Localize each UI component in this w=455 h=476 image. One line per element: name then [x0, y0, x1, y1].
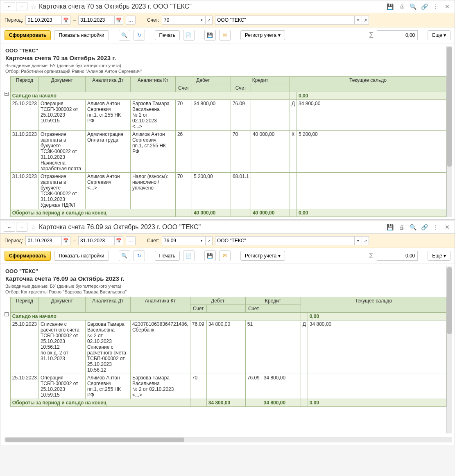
more-button[interactable]: Еще ▾	[428, 251, 450, 261]
open-external-icon[interactable]: ↗	[205, 236, 213, 245]
account-label: Счет:	[147, 238, 159, 244]
chevron-down-icon[interactable]: ▾	[354, 236, 362, 245]
print-preview-icon[interactable]: 📄	[183, 250, 195, 261]
form-button[interactable]: Сформировать	[5, 251, 51, 261]
star-icon[interactable]: ☆	[31, 3, 36, 11]
filter-bar: Период: 📅 – 📅 … Счет: ▾ ↗ ▾ ↗	[0, 13, 455, 27]
chevron-down-icon[interactable]: ▾	[354, 16, 362, 25]
col-document: Документ	[38, 77, 85, 92]
table-row[interactable]: 31.10.2023Отражение зарплаты в бухучете …	[10, 131, 446, 173]
sigma-icon: Σ	[369, 31, 374, 40]
link-icon[interactable]: 🔗	[420, 2, 428, 11]
print-button[interactable]: Печать	[155, 251, 180, 261]
date-to-input[interactable]	[78, 16, 114, 25]
col-credit: Кредит	[231, 77, 290, 84]
nav-forward[interactable]: →	[16, 223, 27, 232]
vertical-scrollbar[interactable]	[446, 46, 452, 217]
period-select-button[interactable]: …	[126, 16, 136, 25]
date-from-input[interactable]	[25, 236, 61, 245]
toolbar: Сформировать Показать настройки 🔍 ↻ Печа…	[0, 27, 455, 43]
period-select-button[interactable]: …	[126, 236, 136, 245]
titlebar: ← → ☆ Карточка счета 70 за Октябрь 2023 …	[0, 0, 455, 13]
collapse-icon[interactable]: −	[5, 312, 9, 316]
col-saldo: Текущее сальдо	[301, 297, 446, 313]
menu-dots-icon[interactable]: ⋮	[432, 223, 440, 231]
opening-row: Сальдо на начало0,00	[10, 92, 446, 100]
sigma-icon: Σ	[369, 252, 374, 260]
col-period: Период	[10, 297, 38, 313]
report-filter: Отбор: Контрагенты Равно "Барзова Тамара…	[5, 289, 446, 294]
vertical-scrollbar[interactable]	[446, 266, 452, 433]
refresh-icon[interactable]: ↻	[134, 250, 145, 261]
show-settings-button[interactable]: Показать настройки	[54, 251, 109, 261]
more-button[interactable]: Еще ▾	[428, 30, 450, 40]
window-account-70: ← → ☆ Карточка счета 70 за Октябрь 2023 …	[0, 0, 455, 220]
date-to-input[interactable]	[78, 236, 114, 245]
table-row[interactable]: 31.10.2023Отражение зарплаты в бухучете …	[10, 173, 446, 209]
save-icon[interactable]: 💾	[386, 2, 394, 11]
show-settings-button[interactable]: Показать настройки	[54, 30, 109, 40]
col-an-dt: Аналитика Дт	[85, 297, 130, 313]
link-icon[interactable]: 🔗	[420, 223, 428, 231]
report-table: Период Документ Аналитика Дт Аналитика К…	[10, 297, 446, 407]
form-button[interactable]: Сформировать	[5, 30, 51, 40]
save-file-icon[interactable]: 💾	[204, 250, 216, 261]
account-input[interactable]	[162, 236, 198, 245]
save-icon[interactable]: 💾	[386, 223, 394, 231]
col-credit: Кредит	[245, 297, 301, 305]
closing-row: Обороты за период и сальдо на конец34 80…	[10, 399, 446, 407]
calendar-icon[interactable]: 📅	[61, 236, 70, 245]
print-button[interactable]: Печать	[155, 30, 180, 40]
register-dropdown[interactable]: Регистр учета ▾	[240, 30, 285, 40]
account-label: Счет:	[147, 17, 159, 23]
open-external-icon[interactable]: ↗	[362, 236, 369, 245]
org-input[interactable]	[215, 16, 354, 25]
report-subtitle: Выводимые данные: БУ (данные бухгалтерск…	[5, 63, 446, 68]
close-icon[interactable]: ✕	[443, 223, 451, 231]
horizontal-scrollbar[interactable]	[5, 437, 452, 442]
preview-icon[interactable]: 🔍	[409, 223, 417, 231]
nav-back[interactable]: ←	[4, 2, 15, 11]
star-icon[interactable]: ☆	[31, 223, 36, 231]
table-row[interactable]: 25.10.2023Операция ТСБП-000002 от 25.10.…	[10, 100, 446, 131]
collapse-icon[interactable]: −	[5, 92, 9, 96]
register-dropdown[interactable]: Регистр учета ▾	[240, 251, 285, 261]
print-icon[interactable]: 🖨	[397, 223, 405, 231]
chevron-down-icon[interactable]: ▾	[198, 236, 205, 245]
close-icon[interactable]: ✕	[443, 2, 451, 11]
calendar-icon[interactable]: 📅	[61, 16, 70, 25]
print-preview-icon[interactable]: 📄	[183, 30, 195, 41]
mail-icon[interactable]: ✉	[219, 30, 231, 41]
org-input[interactable]	[215, 236, 354, 245]
search-icon[interactable]: 🔍	[119, 30, 130, 41]
refresh-icon[interactable]: ↻	[134, 30, 145, 41]
calendar-icon[interactable]: 📅	[114, 16, 123, 25]
sum-input[interactable]	[377, 251, 418, 261]
filter-bar: Период: 📅 – 📅 … Счет: ▾ ↗ ▾ ↗	[0, 234, 455, 248]
preview-icon[interactable]: 🔍	[409, 2, 417, 11]
table-row[interactable]: 25.10.2023Списание с расчетного счета ТС…	[10, 320, 446, 374]
chevron-down-icon[interactable]: ▾	[198, 16, 205, 25]
col-an-kt: Аналитика Кт	[130, 297, 190, 313]
table-row[interactable]: 25.10.2023Операция ТСБП-000002 от 25.10.…	[10, 374, 446, 399]
open-external-icon[interactable]: ↗	[205, 16, 213, 25]
account-input[interactable]	[162, 16, 198, 25]
save-file-icon[interactable]: 💾	[204, 30, 216, 41]
print-icon[interactable]: 🖨	[397, 2, 405, 11]
date-from-input[interactable]	[25, 16, 61, 25]
mail-icon[interactable]: ✉	[219, 250, 231, 261]
open-external-icon[interactable]: ↗	[362, 16, 369, 25]
col-dt-sum	[206, 305, 245, 313]
titlebar: ← → ☆ Карточка счета 76.09 за Октябрь 20…	[0, 221, 455, 234]
col-kt-acc: Счет	[245, 305, 262, 313]
col-kt-acc: Счет	[231, 84, 251, 92]
sum-input[interactable]	[377, 30, 418, 40]
calendar-icon[interactable]: 📅	[114, 236, 123, 245]
toolbar: Сформировать Показать настройки 🔍 ↻ Печа…	[0, 248, 455, 264]
nav-forward[interactable]: →	[16, 2, 27, 11]
nav-back[interactable]: ←	[4, 223, 15, 232]
window-account-7609: ← → ☆ Карточка счета 76.09 за Октябрь 20…	[0, 221, 455, 445]
col-debit: Дебет	[190, 297, 245, 305]
menu-dots-icon[interactable]: ⋮	[432, 2, 440, 11]
search-icon[interactable]: 🔍	[119, 250, 130, 261]
